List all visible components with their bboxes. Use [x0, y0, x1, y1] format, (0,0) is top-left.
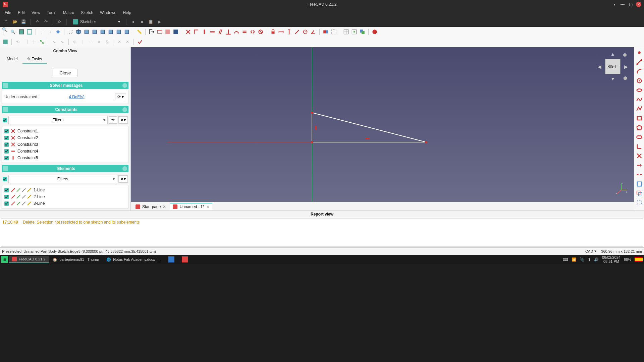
constraint-item[interactable]: Constraint5	[4, 155, 127, 161]
navcube-menu-icon[interactable]	[623, 53, 627, 57]
validate-sketch-icon[interactable]	[137, 39, 143, 45]
create-polygon-icon[interactable]	[636, 124, 643, 131]
solver-refresh-button[interactable]: ⟳ ▾	[115, 94, 126, 100]
element-checkbox[interactable]	[4, 195, 9, 199]
elements-settings-button[interactable]: ✕▾	[118, 175, 128, 183]
create-ellipse-icon[interactable]	[636, 87, 643, 94]
constraint-checkbox[interactable]	[4, 149, 9, 154]
taskbar-freecad[interactable]: FreeCAD 0.21.2	[9, 256, 49, 263]
constrain-horizontal-distance-icon[interactable]	[278, 28, 284, 35]
navcube-right-icon[interactable]: ▶	[624, 64, 628, 69]
tab-start-page[interactable]: Start page ✕	[133, 203, 169, 210]
toggle-driving-constraint-icon[interactable]	[322, 28, 329, 35]
nav-back-icon[interactable]: ←	[39, 28, 45, 35]
create-polyline-icon[interactable]	[636, 106, 643, 112]
tray-volume-icon[interactable]: 🔊	[594, 257, 599, 262]
tray-battery[interactable]: 66%	[624, 257, 631, 261]
constraints-header[interactable]: Constraints	[2, 106, 128, 113]
split-icon[interactable]	[636, 171, 643, 178]
constrain-lock-icon[interactable]	[270, 28, 276, 35]
menu-help[interactable]: Help	[120, 9, 135, 16]
menu-sketch[interactable]: Sketch	[77, 9, 97, 16]
taskbar-pinned-2[interactable]	[178, 255, 191, 263]
front-view-icon[interactable]	[83, 28, 90, 35]
menu-view[interactable]: View	[28, 9, 44, 16]
view-sketch-icon[interactable]	[156, 28, 163, 35]
link-actions-icon[interactable]	[55, 28, 61, 35]
create-arc-icon[interactable]	[636, 68, 643, 75]
constrain-symmetric-icon[interactable]	[249, 28, 256, 35]
dropdown-icon[interactable]: ▾	[612, 2, 617, 7]
toggle-construction-icon[interactable]	[636, 199, 643, 206]
constraint-checkbox[interactable]	[4, 142, 9, 147]
create-slot-icon[interactable]	[636, 134, 643, 140]
bspline-poles-icon[interactable]: ∿	[59, 39, 66, 45]
open-file-icon[interactable]: 📂	[11, 18, 18, 25]
show-constraints-button[interactable]: 👁	[109, 116, 117, 124]
draw-style-icon[interactable]	[18, 28, 25, 35]
constrain-angle-icon[interactable]	[310, 28, 317, 35]
stop-operation-icon[interactable]	[371, 28, 378, 35]
create-circle-icon[interactable]	[636, 77, 643, 84]
constraint-checkbox[interactable]	[4, 156, 9, 160]
elements-filter-checkbox[interactable]	[3, 177, 7, 181]
navcube-left-icon[interactable]: ◀	[598, 64, 601, 69]
refresh-icon[interactable]: ⟳	[56, 18, 63, 25]
isometric-icon[interactable]	[75, 28, 82, 35]
edit-sketch-icon[interactable]	[2, 39, 9, 45]
dof-link[interactable]: 4 DoF(s)	[69, 95, 85, 99]
constrain-vertical-icon[interactable]	[201, 28, 208, 35]
constraint-item[interactable]: Constraint2	[4, 134, 127, 141]
bounding-box-icon[interactable]	[26, 28, 33, 35]
tray-network-icon[interactable]: 📶	[572, 257, 576, 262]
fit-all-icon[interactable]: ⛶	[67, 28, 74, 35]
record-macro-icon[interactable]: ●	[130, 18, 137, 25]
tray-clock[interactable]: 06/02/2024 08:51 PM	[602, 255, 621, 263]
zoom-out-icon[interactable]: 🔍-	[10, 28, 17, 35]
collapse-icon[interactable]	[122, 166, 127, 171]
menu-windows[interactable]: Windows	[97, 9, 120, 16]
element-item[interactable]: 1-Line	[4, 187, 127, 193]
delete-constraints-icon[interactable]: ✕	[116, 39, 123, 45]
leave-sketch-icon[interactable]	[148, 28, 155, 35]
create-point-icon[interactable]	[636, 49, 643, 56]
constrain-perpendicular-icon[interactable]	[225, 28, 232, 35]
report-body[interactable]: 17:10:49 Delete: Selection not restricte…	[1, 218, 643, 247]
select-vertical-axis-icon[interactable]: |	[79, 39, 86, 45]
save-file-icon[interactable]: 💾	[20, 18, 27, 25]
trim-icon[interactable]	[636, 153, 643, 159]
minimize-icon[interactable]: —	[620, 2, 625, 7]
tray-keyboard-layout-icon[interactable]	[635, 257, 643, 262]
delete-geometry-icon[interactable]: ✕	[124, 39, 131, 45]
tray-clipboard-icon[interactable]: 📎	[580, 257, 584, 262]
constrain-equal-icon[interactable]	[241, 28, 248, 35]
element-item[interactable]: 2-Line	[4, 193, 127, 200]
tab-model[interactable]: Model	[2, 55, 22, 64]
constraint-checkbox[interactable]	[4, 129, 9, 133]
constraint-item[interactable]: Constraint1	[4, 128, 127, 134]
navigation-cube[interactable]: ▲ ▼ ◀ ▶ RIGHT ⬢	[598, 51, 628, 81]
view-section-icon[interactable]	[164, 28, 171, 35]
create-bspline-icon[interactable]	[636, 96, 643, 103]
constrain-tangent-icon[interactable]	[233, 28, 240, 35]
element-checkbox[interactable]	[4, 201, 9, 206]
menu-macro[interactable]: Macro	[60, 9, 77, 16]
constrain-point-on-object-icon[interactable]	[193, 28, 200, 35]
collapse-icon[interactable]	[122, 83, 127, 88]
constrain-block-icon[interactable]	[257, 28, 264, 35]
element-item[interactable]: 3-Line	[4, 200, 127, 207]
extend-icon[interactable]	[636, 162, 643, 169]
constraints-settings-button[interactable]: ✕▾	[118, 116, 128, 124]
menu-tools[interactable]: Tools	[44, 9, 60, 16]
right-view-icon[interactable]	[99, 28, 106, 35]
navcube-face[interactable]: RIGHT	[605, 59, 621, 74]
close-tab-icon[interactable]: ✕	[206, 204, 210, 209]
execute-macro-icon[interactable]: ▶	[156, 18, 163, 25]
constrain-vertical-distance-icon[interactable]	[286, 28, 292, 35]
elements-header[interactable]: Elements	[2, 165, 128, 172]
bspline-degree-icon[interactable]: ∿	[51, 39, 58, 45]
undo-icon[interactable]: ↶	[34, 18, 41, 25]
symmetry-icon[interactable]: ⇔	[96, 39, 102, 45]
map-sketch-icon[interactable]	[172, 28, 179, 35]
select-conflicting-icon[interactable]: ⟲	[14, 39, 21, 45]
